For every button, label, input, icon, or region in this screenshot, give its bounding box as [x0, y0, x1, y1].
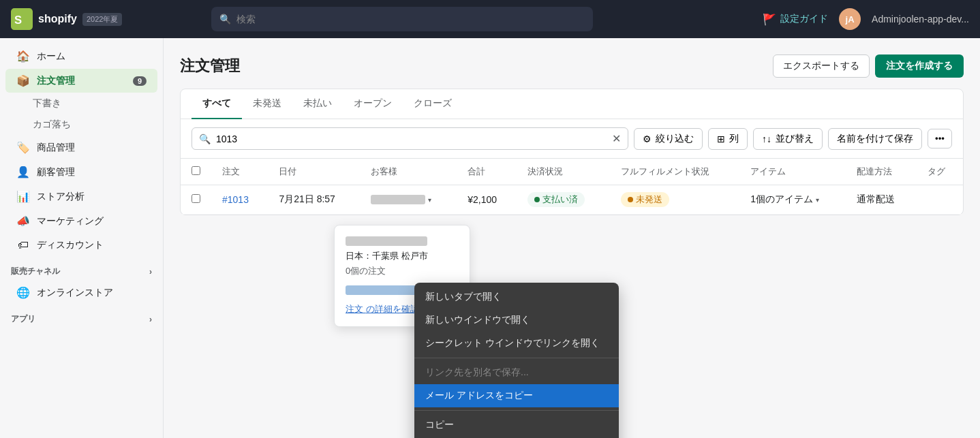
filter-label: 絞り込む — [656, 133, 694, 145]
export-button[interactable]: エクスポートする — [773, 54, 870, 78]
filter-button[interactable]: ⚙ 絞り込む — [634, 128, 703, 150]
more-options-button[interactable]: ••• — [928, 129, 952, 148]
fulfillment-badge: 未発送 — [621, 192, 669, 207]
col-items: アイテム — [739, 159, 846, 185]
products-icon: 🏷️ — [16, 141, 30, 154]
season-badge: 2022年夏 — [82, 13, 122, 26]
setup-guide-button[interactable]: 🚩 設定ガイド — [763, 13, 828, 26]
row-checkbox[interactable] — [192, 194, 200, 203]
apps-chevron: › — [149, 315, 152, 324]
row-checkbox-cell — [181, 185, 211, 215]
online-store-icon: 🌐 — [16, 286, 30, 299]
sidebar-label-marketing: マーケティング — [37, 215, 104, 228]
sidebar-item-drafts[interactable]: 下書き — [22, 93, 157, 114]
context-incognito[interactable]: シークレット ウインドウでリンクを開く — [414, 332, 619, 355]
orders-badge: 9 — [133, 76, 147, 86]
context-copy-email[interactable]: メール アドレスをコピー — [414, 384, 619, 407]
columns-icon: ⊞ — [717, 134, 725, 144]
topbar-right: 🚩 設定ガイド jA Adminjoolen-app-dev... — [763, 8, 969, 30]
order-number-cell: #1013 — [211, 185, 268, 215]
col-date: 日付 — [268, 159, 360, 185]
sidebar-label-drafts: 下書き — [33, 97, 61, 108]
topbar: S shopify 2022年夏 🔍 🚩 設定ガイド jA Adminjoole… — [0, 0, 980, 38]
col-shipping: 配達方法 — [846, 159, 916, 185]
sidebar-item-discounts[interactable]: 🏷 ディスカウント — [5, 234, 157, 257]
columns-button[interactable]: ⊞ 列 — [708, 128, 748, 150]
global-search[interactable]: 🔍 — [211, 7, 593, 31]
col-fulfillment: フルフィルメント状況 — [610, 159, 739, 185]
sidebar-item-products[interactable]: 🏷️ 商品管理 — [5, 136, 157, 159]
col-order: 注文 — [211, 159, 268, 185]
order-customer-cell: ▾ — [360, 185, 457, 215]
columns-label: 列 — [729, 133, 739, 145]
orders-table: 注文 日付 お客様 合計 決済状況 フルフィルメント状況 アイテム 配達方法 タ… — [181, 159, 963, 215]
items-dropdown-arrow[interactable]: ▾ — [816, 196, 819, 204]
customers-icon: 👤 — [16, 166, 30, 178]
sidebar: 🏠 ホーム 📦 注文管理 9 下書き カゴ落ち 🏷️ 商品管理 👤 顧客管理 📊… — [0, 38, 164, 438]
sidebar-label-products: 商品管理 — [37, 142, 75, 154]
context-new-window[interactable]: 新しいウインドウで開く — [414, 309, 619, 332]
tab-open-label: オープン — [354, 97, 392, 108]
select-all-checkbox[interactable] — [192, 166, 200, 175]
tab-all[interactable]: すべて — [192, 89, 242, 119]
admin-avatar[interactable]: jA — [839, 8, 861, 30]
order-date-cell: 7月21日 8:57 — [268, 185, 360, 215]
discounts-icon: 🏷 — [16, 239, 30, 251]
page-title: 注文管理 — [180, 56, 240, 76]
paid-dot — [534, 197, 540, 202]
table-header-row: 注文 日付 お客様 合計 決済状況 フルフィルメント状況 アイテム 配達方法 タ… — [181, 159, 963, 185]
sort-button[interactable]: ↑↓ 並び替え — [753, 128, 823, 150]
tab-unfulfilled[interactable]: 未発送 — [242, 89, 292, 119]
order-search-field[interactable]: 🔍 ✕ — [192, 127, 628, 150]
flag-icon: 🚩 — [763, 13, 776, 26]
sort-icon: ↑↓ — [762, 134, 771, 144]
clear-search-button[interactable]: ✕ — [612, 132, 621, 145]
tab-unpaid-label: 未払い — [303, 97, 332, 108]
sidebar-item-orders[interactable]: 📦 注文管理 9 — [5, 69, 157, 93]
save-filter-button[interactable]: 名前を付けて保存 — [828, 128, 922, 150]
sales-channels-label: 販売チャネル — [11, 266, 60, 277]
fulfillment-status-label: 未発送 — [636, 193, 662, 206]
context-copy[interactable]: コピー — [414, 413, 619, 437]
context-divider-1 — [414, 358, 619, 358]
sales-channels-section[interactable]: 販売チャネル › — [0, 257, 163, 280]
header-actions: エクスポートする 注文を作成する — [773, 54, 964, 78]
context-save-as: リンク先を別名で保存... — [414, 361, 619, 384]
sidebar-item-abandoned[interactable]: カゴ落ち — [22, 114, 157, 135]
marketing-icon: 📣 — [16, 215, 30, 228]
hover-order-count: 0個の注文 — [346, 265, 459, 277]
setup-guide-label: 設定ガイド — [780, 13, 828, 25]
context-new-tab[interactable]: 新しいタブで開く — [414, 285, 619, 309]
tab-closed[interactable]: クローズ — [403, 89, 463, 119]
sort-label: 並び替え — [776, 133, 814, 145]
tab-open[interactable]: オープン — [343, 89, 403, 119]
order-search-input[interactable] — [216, 134, 607, 144]
tab-all-label: すべて — [202, 97, 231, 108]
filter-icon: ⚙ — [643, 134, 652, 144]
search-input[interactable] — [236, 14, 585, 25]
tab-unfulfilled-label: 未発送 — [253, 97, 281, 108]
order-shipping-cell: 通常配送 — [846, 185, 916, 215]
home-icon: 🏠 — [16, 50, 30, 63]
customer-dropdown-arrow[interactable]: ▾ — [428, 196, 431, 204]
page-header: 注文管理 エクスポートする 注文を作成する — [180, 54, 964, 78]
order-amount-cell: ¥2,100 — [457, 185, 517, 215]
order-fulfillment-cell: 未発送 — [610, 185, 739, 215]
order-link[interactable]: #1013 — [222, 194, 249, 205]
apps-section[interactable]: アプリ › — [0, 305, 163, 328]
sidebar-label-discounts: ディスカウント — [37, 239, 104, 251]
hover-link-text: 注文 — [346, 304, 363, 314]
sidebar-item-home[interactable]: 🏠 ホーム — [5, 44, 157, 68]
create-order-button[interactable]: 注文を作成する — [875, 54, 964, 78]
sidebar-item-online-store[interactable]: 🌐 オンラインストア — [5, 281, 157, 304]
order-payment-cell: 支払い済 — [517, 185, 609, 215]
search-icon: 🔍 — [199, 134, 211, 144]
sidebar-label-analytics: ストア分析 — [37, 191, 85, 203]
sidebar-item-marketing[interactable]: 📣 マーケティング — [5, 209, 157, 233]
tab-unpaid[interactable]: 未払い — [292, 89, 343, 119]
sidebar-item-customers[interactable]: 👤 顧客管理 — [5, 160, 157, 184]
hover-customer-name — [346, 236, 427, 246]
save-filter-label: 名前を付けて保存 — [837, 133, 913, 145]
order-tabs: すべて 未発送 未払い オープン クローズ — [181, 89, 963, 119]
sidebar-item-analytics[interactable]: 📊 ストア分析 — [5, 185, 157, 208]
